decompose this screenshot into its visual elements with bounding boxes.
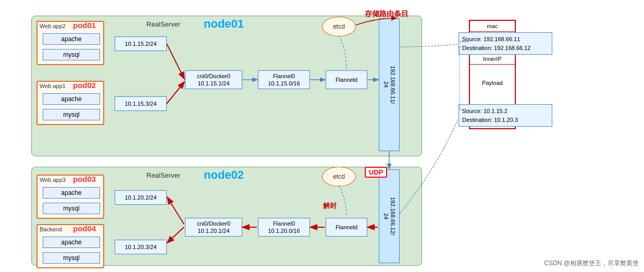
- node02-cni0: cni0/Docker0 10.1.20.1/24: [185, 218, 242, 237]
- pod03-label: pod03: [73, 175, 96, 183]
- pod01-mysql: mysql: [43, 49, 100, 60]
- watermark: CSDN @相遇蟹堡王，尽享蟹黄堡: [544, 259, 639, 268]
- annotation-decap: 解封: [323, 201, 337, 211]
- pod04-apache: apache: [43, 237, 100, 248]
- pod02-apache: apache: [43, 93, 100, 105]
- annotation-storage: 存储路由条目: [365, 9, 408, 19]
- pod03-webapp-label: Web app3: [40, 177, 66, 183]
- pod01-box: Web app2 pod01 apache mysql: [36, 21, 104, 65]
- pod04-box: Backend pod04 apache mysql: [36, 224, 104, 268]
- source-inner-dst: Destination: 10.1.20.3: [462, 116, 549, 125]
- pod03-mysql: mysql: [43, 203, 100, 214]
- pod02-label: pod02: [73, 81, 96, 90]
- source-inner-box: Source: 10.1.15.2 Destination: 10.1.20.3: [459, 104, 552, 127]
- pod04-label: pod04: [73, 224, 96, 233]
- pod01-label: pod01: [73, 21, 96, 30]
- node01-flanneld: Flanneld: [326, 70, 367, 89]
- pod02-box: Web app1 pod02 apache mysql: [36, 81, 104, 125]
- packet-mac: mac: [470, 21, 515, 32]
- source-inner-src: Source: 10.1.15.2: [462, 107, 549, 116]
- source-outer-box: Source: 192.168.66.11 Destination: 192.1…: [459, 32, 552, 55]
- node02-vert-band: 192.168.66.12/ 24: [379, 169, 400, 263]
- pod04-mysql: mysql: [43, 252, 100, 264]
- pod03-ip: 10.1.20.2/24: [115, 190, 167, 205]
- node02-flanneld: Flanneld: [326, 218, 367, 237]
- node01-real-label: RealServer: [146, 20, 180, 28]
- packet-payload: Payload: [470, 65, 515, 101]
- pod01-apache: apache: [43, 33, 100, 45]
- source-outer-dst: Destination: 192.168.66.12: [462, 44, 549, 53]
- pod03-apache: apache: [43, 187, 100, 199]
- pod04-ip: 10.1.20.3/24: [115, 240, 167, 254]
- node01-cni0: cni0/Docker0 10.1.15.1/24: [185, 70, 242, 89]
- node01-flannel0: Flannel0 10.1.15.0/16: [258, 70, 310, 89]
- annotation-udp: UDP: [365, 167, 387, 178]
- packet-innerip: InnerIP: [470, 54, 515, 65]
- pod04-webapp-label: Backend: [40, 226, 62, 232]
- node02-flannel0: Flannel0 10.1.20.0/16: [258, 218, 310, 237]
- etcd2-label: etcd: [322, 167, 356, 187]
- etcd1-label: etcd: [322, 17, 356, 36]
- pod02-webapp-label: Web app1: [40, 83, 66, 89]
- node02-label: node02: [204, 168, 244, 182]
- node01-label: node01: [204, 17, 244, 31]
- diagram-container: RealServer node01 RealServer node02 Web …: [0, 0, 644, 272]
- node02-real-label: RealServer: [146, 171, 180, 179]
- pod02-mysql: mysql: [43, 109, 100, 120]
- pod02-ip: 10.1.15.3/24: [115, 96, 167, 111]
- pod01-webapp-label: Web app2: [40, 23, 66, 29]
- source-outer-src: Source: 192.168.66.11: [462, 35, 549, 44]
- node01-vert-band: 192.168.66.11/ 24: [379, 18, 400, 151]
- pod03-box: Web app3 pod03 apache mysql: [36, 175, 104, 219]
- pod01-ip: 10.1.15.2/24: [115, 36, 167, 51]
